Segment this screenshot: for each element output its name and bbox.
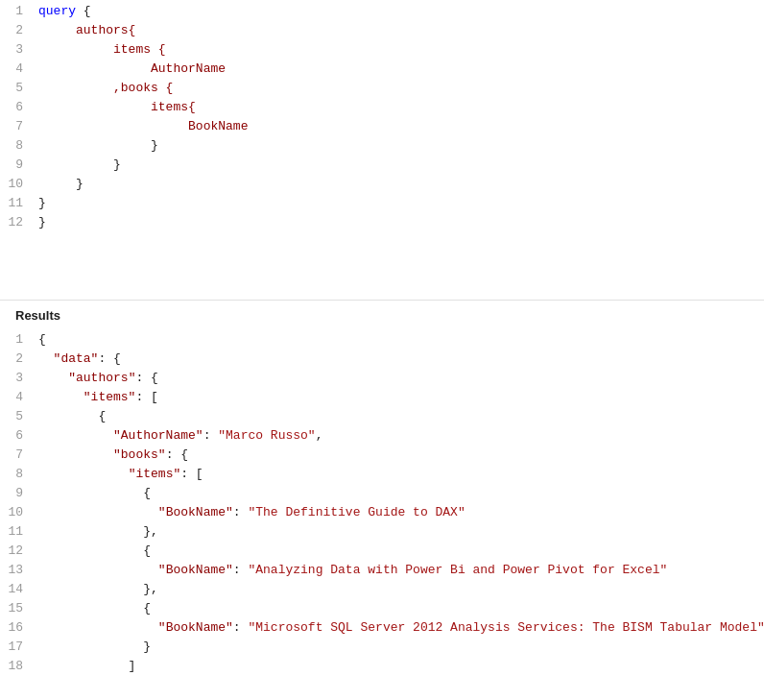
- token: : {: [98, 351, 120, 366]
- results-code-block: 1{2 "data": {3 "authors": {4 "items": [5…: [0, 328, 764, 682]
- token: [38, 428, 113, 443]
- query-line-12: 12}: [0, 215, 764, 234]
- token: ,books {: [38, 81, 173, 95]
- token: "BookName": [158, 620, 233, 635]
- token: [38, 620, 158, 635]
- line-content: }: [38, 215, 764, 229]
- token: [38, 563, 158, 577]
- line-number: 4: [0, 390, 38, 404]
- line-content: AuthorName: [38, 61, 764, 76]
- token: {: [38, 409, 106, 423]
- line-number: 6: [0, 428, 38, 443]
- token: : [: [135, 390, 157, 404]
- results-line-14: 14 },: [0, 582, 764, 601]
- spacer: [0, 242, 764, 300]
- token: "books": [113, 447, 166, 462]
- token: },: [38, 524, 158, 539]
- results-panel: Results 1{2 "data": {3 "authors": {4 "it…: [0, 301, 764, 682]
- line-number: 11: [0, 196, 38, 210]
- results-line-8: 8 "items": [: [0, 467, 764, 486]
- line-number: 1: [0, 332, 38, 347]
- token: }: [38, 157, 121, 172]
- token: {: [38, 543, 151, 558]
- token: "BookName": [158, 505, 233, 519]
- line-number: 15: [0, 601, 38, 616]
- token: }: [38, 177, 84, 191]
- line-content: authors{: [38, 23, 764, 37]
- token: "AuthorName": [113, 428, 203, 443]
- token: authors{: [38, 23, 135, 37]
- line-content: }: [38, 177, 764, 191]
- line-content: items{: [38, 100, 764, 114]
- line-number: 9: [0, 157, 38, 172]
- token: BookName: [38, 119, 248, 133]
- query-line-3: 3 items {: [0, 42, 764, 61]
- line-content: }: [38, 138, 764, 153]
- line-content: "items": [: [38, 390, 764, 404]
- token: ,: [316, 428, 323, 443]
- results-line-12: 12 {: [0, 543, 764, 563]
- line-number: 9: [0, 486, 38, 500]
- line-number: 1: [0, 4, 38, 18]
- token: {: [38, 601, 151, 616]
- token: items {: [38, 42, 166, 57]
- token: "authors": [68, 371, 135, 385]
- token: AuthorName: [38, 61, 226, 76]
- line-number: 10: [0, 505, 38, 519]
- line-number: 4: [0, 61, 38, 76]
- line-content: "items": [: [38, 467, 764, 481]
- token: :: [233, 505, 249, 519]
- line-content: items {: [38, 42, 764, 57]
- query-line-7: 7 BookName: [0, 119, 764, 138]
- line-content: "authors": {: [38, 371, 764, 385]
- token: "data": [54, 351, 99, 366]
- line-number: 10: [0, 177, 38, 191]
- token: "Analyzing Data with Power Bi and Power …: [248, 563, 667, 577]
- line-number: 13: [0, 563, 38, 577]
- line-content: "BookName": "Microsoft SQL Server 2012 A…: [38, 620, 764, 635]
- token: "Marco Russo": [218, 428, 315, 443]
- line-content: ]: [38, 659, 764, 673]
- token: [38, 505, 158, 519]
- line-number: 12: [0, 215, 38, 229]
- line-content: ,books {: [38, 81, 764, 95]
- token: "items": [129, 467, 181, 481]
- token: : {: [166, 447, 188, 462]
- line-content: {: [38, 601, 764, 616]
- token: {: [84, 4, 91, 18]
- token: : {: [135, 371, 157, 385]
- results-line-7: 7 "books": {: [0, 447, 764, 467]
- token: "The Definitive Guide to DAX": [248, 505, 465, 519]
- token: : [: [180, 467, 203, 481]
- results-line-3: 3 "authors": {: [0, 371, 764, 390]
- line-content: "books": {: [38, 447, 764, 462]
- line-number: 8: [0, 467, 38, 481]
- token: }: [38, 640, 151, 654]
- line-number: 3: [0, 42, 38, 57]
- line-content: BookName: [38, 119, 764, 133]
- query-line-6: 6 items{: [0, 100, 764, 119]
- line-content: },: [38, 582, 764, 596]
- line-number: 5: [0, 81, 38, 95]
- results-line-5: 5 {: [0, 409, 764, 428]
- results-line-17: 17 }: [0, 640, 764, 659]
- line-number: 3: [0, 371, 38, 385]
- token: }: [38, 215, 46, 229]
- results-line-1: 1{: [0, 332, 764, 351]
- line-number: 12: [0, 543, 38, 558]
- line-content: query {: [38, 4, 764, 18]
- results-line-6: 6 "AuthorName": "Marco Russo",: [0, 428, 764, 447]
- line-number: 2: [0, 23, 38, 37]
- line-number: 14: [0, 582, 38, 596]
- results-line-15: 15 {: [0, 601, 764, 620]
- line-content: {: [38, 332, 764, 347]
- line-content: {: [38, 486, 764, 500]
- results-line-2: 2 "data": {: [0, 351, 764, 371]
- token: {: [38, 486, 151, 500]
- line-number: 5: [0, 409, 38, 423]
- results-line-13: 13 "BookName": "Analyzing Data with Powe…: [0, 563, 764, 582]
- token: [38, 371, 68, 385]
- token: },: [38, 582, 158, 596]
- query-line-8: 8 }: [0, 138, 764, 157]
- line-content: "BookName": "Analyzing Data with Power B…: [38, 563, 764, 577]
